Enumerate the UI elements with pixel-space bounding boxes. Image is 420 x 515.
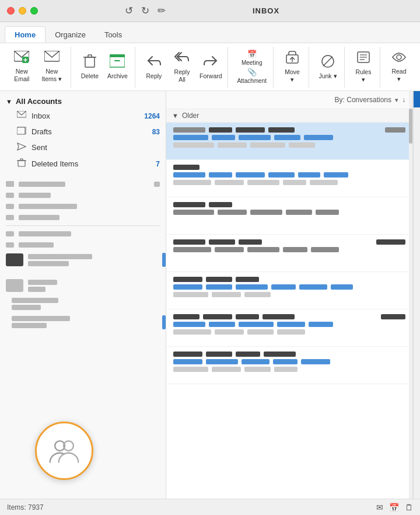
tab-tools[interactable]: Tools [95, 27, 131, 43]
sidebar-sent-label: Sent [32, 143, 155, 152]
sidebar-list-item[interactable] [0, 190, 166, 201]
move-button[interactable]: Move ▾ [279, 49, 305, 85]
close-button[interactable] [7, 7, 15, 15]
email-item[interactable] [166, 272, 412, 309]
sidebar-list-item[interactable] [0, 276, 166, 295]
sidebar-all-accounts[interactable]: ▼ All Accounts [0, 95, 166, 108]
svg-line-15 [323, 57, 332, 66]
tab-organize[interactable]: Organize [46, 27, 95, 43]
archive-button[interactable]: Archive [104, 49, 131, 85]
email-list: By: Conversations ▾ ↓ ▼ Older [166, 91, 413, 499]
minimize-button[interactable] [19, 7, 26, 15]
sidebar-item-drafts[interactable]: Drafts 83 [0, 124, 166, 140]
sidebar-list-item[interactable] [0, 228, 166, 239]
sidebar-item-deleted[interactable]: Deleted Items 7 [0, 155, 166, 172]
svg-rect-4 [85, 57, 94, 67]
meeting-label: Meeting [242, 60, 262, 66]
sidebar-list-item[interactable] [0, 295, 166, 313]
sidebar-list-item[interactable] [0, 239, 166, 250]
calendar-icon[interactable]: 📅 [389, 503, 399, 512]
read-button[interactable]: Read ▾ [386, 49, 412, 85]
sort-chevron[interactable]: ▾ [395, 96, 398, 104]
email-item[interactable] [166, 309, 412, 347]
undo-icon[interactable]: ↺ [125, 5, 133, 17]
ribbon: + New Email New Items ▾ Delete Archive [0, 43, 420, 91]
sidebar-list-item[interactable] [0, 212, 166, 223]
mail-view-icon[interactable]: ✉ [376, 503, 383, 512]
meeting-icon: 📅 [247, 50, 257, 58]
new-items-button[interactable]: New Items ▾ [37, 49, 67, 85]
ribbon-group-junk: Junk ▾ [312, 47, 345, 88]
sidebar-item-inbox[interactable]: Inbox 1264 [0, 108, 166, 124]
older-section-label: ▼ Older [166, 109, 412, 123]
sidebar-drafts-label: Drafts [32, 127, 148, 136]
sidebar-divider [6, 225, 160, 226]
forward-button[interactable]: Forward [197, 49, 224, 85]
new-items-icon [44, 51, 60, 66]
rules-icon [356, 50, 370, 67]
sidebar-list-item[interactable] [0, 201, 166, 212]
sidebar-item-sent[interactable]: Sent [0, 140, 166, 155]
email-list-header: By: Conversations ▾ ↓ [166, 91, 412, 109]
tab-home[interactable]: Home [5, 26, 46, 43]
junk-button[interactable]: Junk ▾ [315, 49, 341, 85]
drafts-icon [16, 127, 27, 137]
sidebar-deleted-count: 7 [156, 160, 160, 168]
ribbon-group-read: Read ▾ [383, 47, 415, 88]
reply-icon [146, 54, 162, 71]
svg-rect-11 [114, 60, 120, 61]
sidebar-list-item[interactable] [0, 313, 166, 331]
section-collapse-icon[interactable]: ▼ [172, 112, 178, 119]
delete-label: Delete [81, 72, 99, 80]
email-item[interactable] [166, 160, 412, 197]
reply-all-label: Reply All [172, 68, 192, 83]
sidebar-inbox-label: Inbox [32, 112, 139, 120]
email-item[interactable] [166, 347, 412, 384]
forward-label: Forward [200, 72, 222, 80]
new-items-label: New Items ▾ [40, 68, 64, 82]
delete-button[interactable]: Delete [77, 49, 103, 85]
svg-point-20 [397, 55, 401, 60]
notes-icon[interactable]: 🗒 [405, 503, 413, 512]
sidebar-drafts-count: 83 [152, 128, 160, 136]
sidebar-inbox-count: 1264 [144, 112, 160, 120]
rules-label: Rules ▾ [354, 68, 373, 83]
new-email-label: New Email [12, 68, 32, 82]
compose-icon[interactable]: ✏ [158, 5, 166, 17]
rules-button[interactable]: Rules ▾ [351, 49, 376, 85]
email-item[interactable] [166, 123, 412, 160]
svg-rect-24 [18, 161, 25, 166]
sidebar-list-item[interactable] [0, 178, 166, 190]
svg-text:+: + [23, 55, 28, 64]
email-item[interactable] [166, 235, 412, 272]
delete-icon [83, 54, 96, 71]
inbox-icon [16, 111, 27, 121]
ribbon-group-respond: Reply Reply All Forward [138, 47, 229, 88]
sidebar-accounts-section: ▼ All Accounts Inbox 1264 Drafts 83 [0, 91, 166, 176]
move-icon [285, 50, 299, 67]
archive-icon [110, 54, 125, 71]
redo-icon[interactable]: ↻ [141, 5, 149, 17]
scrollbar-thumb[interactable] [409, 109, 412, 144]
attachment-button[interactable]: 📎 Attachment [234, 68, 270, 84]
attachment-label: Attachment [237, 78, 267, 84]
new-email-button[interactable]: + New Email [8, 49, 36, 85]
ribbon-group-new: + New Email New Items ▾ [5, 47, 71, 88]
people-button[interactable] [35, 422, 93, 480]
sort-direction-icon[interactable]: ↓ [402, 96, 405, 104]
reply-button[interactable]: Reply [141, 49, 167, 85]
junk-label: Junk ▾ [318, 72, 337, 80]
sidebar-redacted-section-1 [0, 176, 166, 272]
maximize-button[interactable] [30, 7, 38, 15]
scrollbar[interactable] [409, 91, 412, 499]
sidebar-list-item[interactable] [0, 250, 166, 269]
reply-label: Reply [146, 72, 162, 80]
svg-marker-23 [18, 143, 26, 150]
reply-all-button[interactable]: Reply All [168, 49, 196, 85]
people-icon [48, 434, 80, 467]
status-bar: Items: 7937 ✉ 📅 🗒 [0, 499, 420, 515]
meeting-button[interactable]: 📅 Meeting [234, 50, 270, 66]
email-item[interactable] [166, 197, 412, 235]
sidebar-deleted-label: Deleted Items [32, 159, 151, 168]
tab-bar: Home Organize Tools [0, 22, 420, 43]
